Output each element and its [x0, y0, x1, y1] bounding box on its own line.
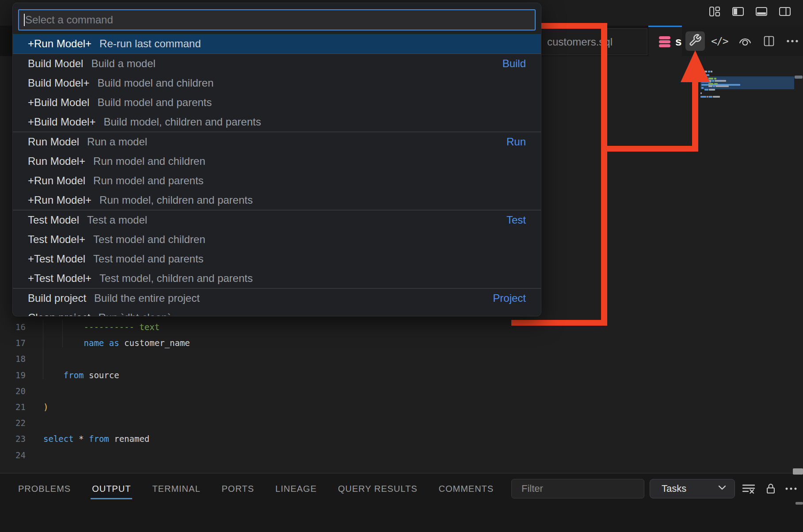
scrollbar-thumb[interactable] [795, 76, 803, 79]
minimap-code-segment [708, 83, 713, 85]
dbt-commands-button[interactable] [685, 31, 705, 51]
panel-tab-problems[interactable]: PROBLEMS [18, 484, 71, 494]
code-line[interactable]: 18 [0, 351, 190, 367]
code-line[interactable]: 22 [0, 415, 190, 431]
panel-tab-terminal[interactable]: TERMINAL [152, 484, 200, 494]
command-item[interactable]: +Run Model+Re-run last command [13, 34, 541, 53]
minimap-code-segment [700, 92, 702, 94]
minimap-code-segment [707, 96, 708, 98]
command-item-label: Run Model+ [28, 155, 85, 167]
code-text: ) [43, 402, 48, 412]
code-line[interactable]: 23select * from renamed [0, 431, 190, 447]
panel-tab-comments[interactable]: COMMENTS [438, 484, 494, 494]
customize-layout-icon[interactable] [707, 4, 722, 19]
line-number: 17 [0, 338, 26, 348]
minimap-code-segment [712, 80, 714, 82]
command-item[interactable]: Build Model+Build model and children [13, 73, 541, 93]
toggle-primary-sidebar-icon[interactable] [731, 4, 746, 19]
command-item[interactable]: +Test ModelTest model and parents [13, 249, 541, 269]
code-line[interactable]: 16 ---------- text [0, 319, 190, 335]
annotation-arrowhead [681, 50, 710, 82]
code-line[interactable]: 20 [0, 383, 190, 399]
code-token: * [79, 434, 84, 444]
command-item-description: Build model and parents [97, 96, 526, 109]
filter-input[interactable] [512, 479, 654, 498]
clear-output-icon[interactable] [741, 481, 756, 496]
line-number: 20 [0, 386, 26, 396]
command-item[interactable]: Run ModelRun a modelRun [13, 132, 541, 152]
command-item[interactable]: Test Model+Test model and children [13, 230, 541, 249]
code-icon[interactable]: </> [711, 35, 728, 47]
minimap-code-segment [708, 85, 712, 87]
code-line[interactable]: 19 from source [0, 367, 190, 383]
code-line[interactable]: 17 name as customer_name [0, 335, 190, 351]
panel-tab-lineage[interactable]: LINEAGE [275, 484, 317, 494]
split-editor-icon[interactable] [762, 34, 776, 48]
toggle-secondary-sidebar-icon[interactable] [777, 4, 792, 19]
code-token: ) [43, 402, 48, 412]
command-item[interactable]: +Run Model+Run model, children and paren… [13, 190, 541, 210]
command-item[interactable]: Build projectBuild the entire projectPro… [13, 289, 541, 308]
command-item[interactable]: +Test Model+Test model, children and par… [13, 269, 541, 288]
panel-tab-ports[interactable]: PORTS [222, 484, 255, 494]
code-token [84, 434, 89, 444]
command-item-description: Build the entire project [94, 292, 484, 304]
line-number: 18 [0, 354, 26, 364]
command-item[interactable]: Clean projectRun `dbt clean` [13, 308, 541, 316]
annotation-arrow-shaft [692, 80, 698, 152]
more-icon[interactable] [784, 481, 798, 496]
minimap-code-segment [714, 83, 718, 85]
window-layout-controls [707, 4, 792, 19]
line-number: 24 [0, 450, 26, 460]
code-token [43, 370, 64, 380]
line-number: 21 [0, 402, 26, 412]
tab-customers-sql[interactable]: customers.sql [538, 28, 647, 55]
scrollbar-corner[interactable] [793, 468, 803, 475]
more-actions-icon[interactable] [785, 38, 799, 44]
panel-tab-output[interactable]: OUTPUT [92, 484, 131, 494]
minimap-code-segment [714, 78, 716, 80]
command-item-description: Run model, children and parents [99, 194, 526, 206]
tab-label: s [675, 35, 681, 49]
line-number: 16 [0, 322, 26, 332]
preview-icon[interactable] [738, 34, 753, 49]
code-line[interactable]: 24 [0, 447, 190, 463]
text-caret [24, 14, 25, 26]
minimap-code-segment [711, 71, 712, 72]
minimap[interactable] [700, 56, 802, 189]
command-item[interactable]: Run Model+Run model and children [13, 152, 541, 171]
minimap-code-segment [700, 96, 706, 98]
command-item-label: Build project [28, 292, 86, 304]
command-item-label: +Run Model+ [28, 194, 91, 206]
tab-active-sql-file[interactable]: s [648, 26, 682, 56]
code-token: customer_name [119, 338, 190, 348]
panel-tab-query-results[interactable]: QUERY RESULTS [338, 484, 418, 494]
command-palette: +Run Model+Re-run last commandBuild Mode… [12, 3, 541, 316]
code-text: select * from renamed [43, 434, 149, 444]
code-line[interactable]: 21) [0, 399, 190, 415]
command-item[interactable]: +Build Model+Build model, children and p… [13, 112, 541, 132]
command-input[interactable] [19, 10, 535, 30]
command-item-label: +Build Model+ [28, 116, 95, 128]
command-item-description: Test model, children and parents [99, 272, 526, 285]
line-number: 22 [0, 418, 26, 428]
tasks-dropdown[interactable]: Tasks [650, 479, 735, 498]
command-input-wrap [18, 9, 536, 30]
minimap-code-segment [709, 89, 715, 91]
toggle-panel-icon[interactable] [754, 4, 769, 19]
lock-icon[interactable] [764, 481, 777, 496]
command-item[interactable]: +Run ModelRun model and parents [13, 171, 541, 190]
code-token: ---------- text [84, 322, 160, 332]
minimap-code-segment [704, 89, 708, 91]
command-item[interactable]: +Build ModelBuild model and parents [13, 93, 541, 112]
command-item[interactable]: Test ModelTest a modelTest [13, 210, 541, 230]
command-item-label: Run Model [28, 136, 79, 148]
command-item-label: +Run Model+ [28, 38, 91, 50]
scrollbar-thumb[interactable] [795, 502, 803, 505]
command-item-badge: Run [506, 136, 526, 148]
command-item-badge: Project [493, 292, 526, 304]
minimap-code-segment [713, 85, 715, 87]
command-item-badge: Test [506, 214, 526, 226]
command-item[interactable]: Build ModelBuild a modelBuild [13, 54, 541, 73]
line-number: 23 [0, 434, 26, 444]
